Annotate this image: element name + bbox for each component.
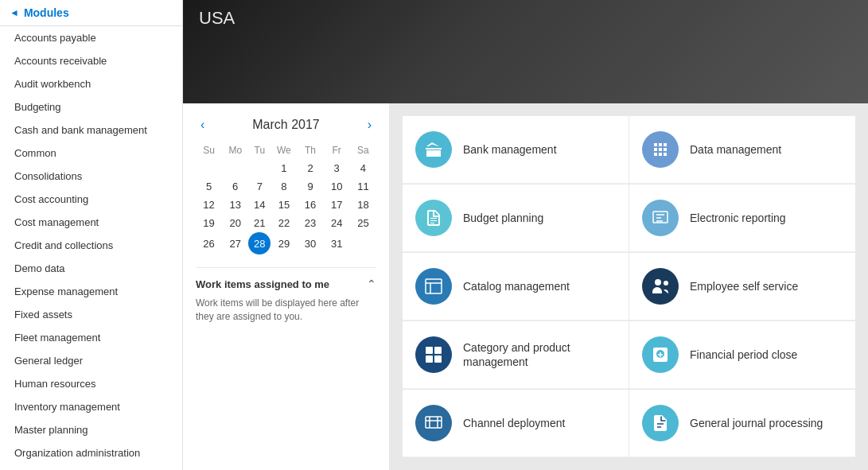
tile-category[interactable]: Category and product management bbox=[403, 321, 629, 389]
sidebar-item-10[interactable]: Demo data bbox=[0, 257, 182, 280]
calendar-year: 2017 bbox=[291, 118, 320, 131]
calendar-day-header: Fr bbox=[324, 142, 350, 159]
calendar-day[interactable]: 16 bbox=[297, 196, 323, 214]
sidebar-item-11[interactable]: Expense management bbox=[0, 280, 182, 303]
tile-label-electronic: Electronic reporting bbox=[690, 211, 786, 225]
tile-bank[interactable]: Bank management bbox=[403, 116, 629, 184]
sidebar-item-9[interactable]: Credit and collections bbox=[0, 234, 182, 257]
calendar-day[interactable]: 4 bbox=[350, 159, 376, 177]
calendar-day[interactable]: 10 bbox=[324, 177, 350, 196]
sidebar-item-12[interactable]: Fixed assets bbox=[0, 303, 182, 326]
calendar-day[interactable]: 5 bbox=[196, 177, 222, 196]
calendar-day[interactable]: 19 bbox=[196, 214, 222, 232]
calendar-day[interactable]: 7 bbox=[248, 177, 271, 196]
sidebar-item-2[interactable]: Audit workbench bbox=[0, 72, 182, 95]
tile-data[interactable]: Data management bbox=[629, 116, 855, 184]
svg-rect-7 bbox=[434, 355, 442, 363]
calendar-day[interactable]: 23 bbox=[297, 214, 323, 232]
tile-electronic[interactable]: Electronic reporting bbox=[629, 185, 855, 252]
calendar-prev-button[interactable]: ‹ bbox=[196, 116, 209, 134]
calendar-grid: SuMoTuWeThFrSa12345678910111213141516171… bbox=[196, 142, 376, 254]
work-items-description: Work items will be displayed here after … bbox=[196, 297, 376, 324]
sidebar-item-5[interactable]: Common bbox=[0, 142, 182, 165]
sidebar-item-14[interactable]: General ledger bbox=[0, 349, 182, 372]
work-items-section: Work items assigned to me ⌃ Work items w… bbox=[196, 267, 376, 324]
calendar-day[interactable]: 22 bbox=[271, 214, 297, 232]
employee-icon bbox=[642, 268, 679, 305]
budget-icon bbox=[415, 200, 452, 236]
category-icon bbox=[415, 336, 452, 373]
calendar-day[interactable]: 31 bbox=[324, 232, 350, 254]
tile-label-bank: Bank management bbox=[463, 142, 557, 157]
tile-label-category: Category and product management bbox=[463, 340, 616, 369]
channel-icon bbox=[415, 405, 452, 441]
calendar-day[interactable]: 27 bbox=[222, 232, 248, 254]
calendar-day[interactable]: 3 bbox=[324, 159, 350, 177]
tile-label-general: General journal processing bbox=[690, 416, 823, 430]
calendar-day[interactable]: 15 bbox=[271, 196, 297, 214]
calendar-day[interactable]: 1 bbox=[271, 159, 297, 177]
calendar-section: ‹ March 2017 › SuMoTuWeThFrSa12345678910… bbox=[183, 103, 390, 470]
calendar-next-button[interactable]: › bbox=[363, 116, 376, 134]
svg-rect-1 bbox=[426, 279, 442, 293]
calendar-day[interactable]: 12 bbox=[196, 196, 222, 214]
calendar-day[interactable]: 9 bbox=[297, 177, 323, 196]
tile-channel[interactable]: Channel deployment bbox=[403, 390, 629, 457]
sidebar-item-16[interactable]: Inventory management bbox=[0, 395, 182, 418]
sidebar-item-0[interactable]: Accounts payable bbox=[0, 26, 182, 49]
sidebar-item-18[interactable]: Organization administration bbox=[0, 441, 182, 464]
calendar-day[interactable]: 14 bbox=[248, 196, 271, 214]
sidebar-item-17[interactable]: Master planning bbox=[0, 418, 182, 441]
calendar-day[interactable]: 17 bbox=[324, 196, 350, 214]
calendar-day[interactable]: 13 bbox=[222, 196, 248, 214]
sidebar-item-13[interactable]: Fleet management bbox=[0, 326, 182, 349]
general-icon bbox=[642, 405, 679, 441]
tile-employee[interactable]: Employee self service bbox=[629, 253, 855, 320]
sidebar-item-7[interactable]: Cost accounting bbox=[0, 188, 182, 211]
calendar-day[interactable]: 20 bbox=[222, 214, 248, 232]
calendar-day bbox=[350, 232, 376, 254]
calendar-day-header: Mo bbox=[222, 142, 248, 159]
work-items-title: Work items assigned to me bbox=[196, 278, 329, 290]
calendar-day[interactable]: 29 bbox=[271, 232, 297, 254]
calendar-day[interactable]: 8 bbox=[271, 177, 297, 196]
calendar-day-header: Su bbox=[196, 142, 222, 159]
sidebar-item-15[interactable]: Human resources bbox=[0, 372, 182, 395]
sidebar-item-3[interactable]: Budgeting bbox=[0, 95, 182, 118]
calendar-day[interactable]: 28 bbox=[248, 232, 271, 254]
sidebar-item-6[interactable]: Consolidations bbox=[0, 165, 182, 188]
svg-point-3 bbox=[664, 281, 668, 285]
work-items-header: Work items assigned to me ⌃ bbox=[196, 278, 376, 290]
work-items-collapse-icon[interactable]: ⌃ bbox=[367, 278, 376, 290]
tile-label-catalog: Catalog management bbox=[463, 279, 570, 293]
sidebar-item-1[interactable]: Accounts receivable bbox=[0, 49, 182, 72]
svg-rect-4 bbox=[426, 347, 433, 354]
tile-label-budget: Budget planning bbox=[463, 211, 543, 225]
calendar-day[interactable]: 2 bbox=[297, 159, 323, 177]
sidebar-item-4[interactable]: Cash and bank management bbox=[0, 118, 182, 142]
tile-label-employee: Employee self service bbox=[690, 279, 798, 293]
tile-general[interactable]: General journal processing bbox=[629, 390, 855, 457]
tile-label-channel: Channel deployment bbox=[463, 416, 565, 430]
tile-financial[interactable]: Financial period close bbox=[629, 321, 855, 389]
tile-catalog[interactable]: Catalog management bbox=[403, 253, 629, 320]
calendar-day[interactable]: 6 bbox=[222, 177, 248, 196]
hero-title: USA bbox=[199, 8, 235, 29]
sidebar-header[interactable]: ◄ Modules bbox=[0, 0, 182, 26]
calendar-day[interactable]: 24 bbox=[324, 214, 350, 232]
catalog-icon bbox=[415, 268, 452, 305]
tile-label-financial: Financial period close bbox=[690, 348, 797, 362]
calendar-day[interactable]: 25 bbox=[350, 214, 376, 232]
calendar-day bbox=[196, 159, 222, 177]
tile-budget[interactable]: Budget planning bbox=[403, 185, 629, 252]
calendar-day[interactable]: 26 bbox=[196, 232, 222, 254]
sidebar-collapse-icon[interactable]: ◄ bbox=[10, 7, 19, 18]
calendar-day[interactable]: 21 bbox=[248, 214, 271, 232]
sidebar-item-8[interactable]: Cost management bbox=[0, 211, 182, 234]
calendar-day[interactable]: 11 bbox=[350, 177, 376, 196]
sidebar-list: Accounts payableAccounts receivableAudit… bbox=[0, 26, 182, 470]
sidebar-item-19[interactable]: Payroll bbox=[0, 464, 182, 470]
calendar-day[interactable]: 18 bbox=[350, 196, 376, 214]
svg-rect-6 bbox=[426, 355, 433, 363]
calendar-day[interactable]: 30 bbox=[297, 232, 323, 254]
